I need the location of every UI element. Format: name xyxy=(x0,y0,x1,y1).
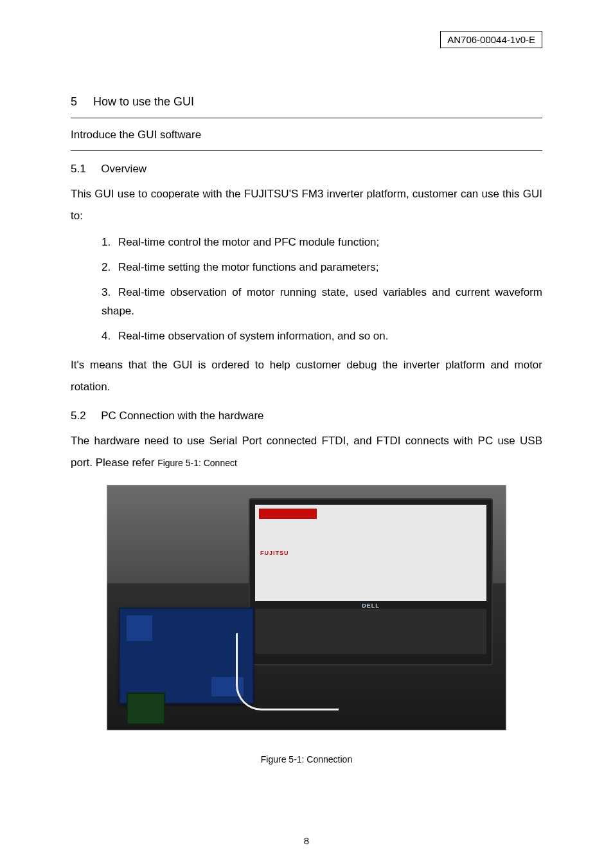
red-bar xyxy=(259,509,317,519)
laptop-screen: FUJITSU xyxy=(255,505,486,601)
figure-wrap: FUJITSU DELL Figure 5-1: Connection xyxy=(71,485,542,764)
section-heading: 5 How to use the GUI xyxy=(71,95,542,109)
document-number-box: AN706-00044-1v0-E xyxy=(440,31,542,48)
list-item: 3.Real-time observation of motor running… xyxy=(102,284,542,321)
divider xyxy=(71,118,542,118)
subsection-title: PC Connection with the hardware xyxy=(101,410,263,422)
overview-list: 1.Real-time control the motor and PFC mo… xyxy=(71,233,542,345)
laptop-brand: DELL xyxy=(362,602,380,609)
list-item: 2.Real-time setting the motor functions … xyxy=(102,258,542,277)
pcb-board xyxy=(119,608,254,704)
list-text: Real-time observation of system informat… xyxy=(118,330,388,342)
subsection-connection-heading: 5.2 PC Connection with the hardware xyxy=(71,410,542,422)
divider xyxy=(71,150,542,151)
page-container: AN706-00044-1v0-E 5 How to use the GUI I… xyxy=(0,0,613,868)
overview-lead: This GUI use to cooperate with the FUJIT… xyxy=(71,183,542,227)
connection-body-a: The hardware need to use Serial Port con… xyxy=(71,435,542,469)
intro-line: Introduce the GUI software xyxy=(71,129,542,141)
connection-body-ref: Figure 5-1: Connect xyxy=(157,458,237,468)
section-title: How to use the GUI xyxy=(93,95,194,108)
small-pcb xyxy=(127,692,165,725)
section-number: 5 xyxy=(71,95,77,108)
list-number: 2. xyxy=(102,258,118,277)
list-number: 1. xyxy=(102,233,118,252)
list-number: 3. xyxy=(102,284,118,302)
list-item: 4.Real-time observation of system inform… xyxy=(102,327,542,346)
overview-tail: It's means that the GUI is ordered to he… xyxy=(71,354,542,398)
figure-image: FUJITSU DELL xyxy=(107,485,506,730)
document-number: AN706-00044-1v0-E xyxy=(447,34,535,45)
list-number: 4. xyxy=(102,327,118,346)
connection-body: The hardware need to use Serial Port con… xyxy=(71,430,542,474)
fujitsu-label: FUJITSU xyxy=(260,550,289,556)
usb-cable xyxy=(236,633,339,710)
subsection-number: 5.1 xyxy=(71,163,86,175)
list-item: 1.Real-time control the motor and PFC mo… xyxy=(102,233,542,252)
list-text: Real-time control the motor and PFC modu… xyxy=(118,236,379,248)
subsection-title: Overview xyxy=(101,163,147,175)
subsection-number: 5.2 xyxy=(71,410,86,422)
page-number: 8 xyxy=(0,835,613,846)
list-text: Real-time observation of motor running s… xyxy=(102,286,542,317)
list-text: Real-time setting the motor functions an… xyxy=(118,261,378,273)
figure-caption: Figure 5-1: Connection xyxy=(71,754,542,764)
subsection-overview-heading: 5.1 Overview xyxy=(71,163,542,176)
